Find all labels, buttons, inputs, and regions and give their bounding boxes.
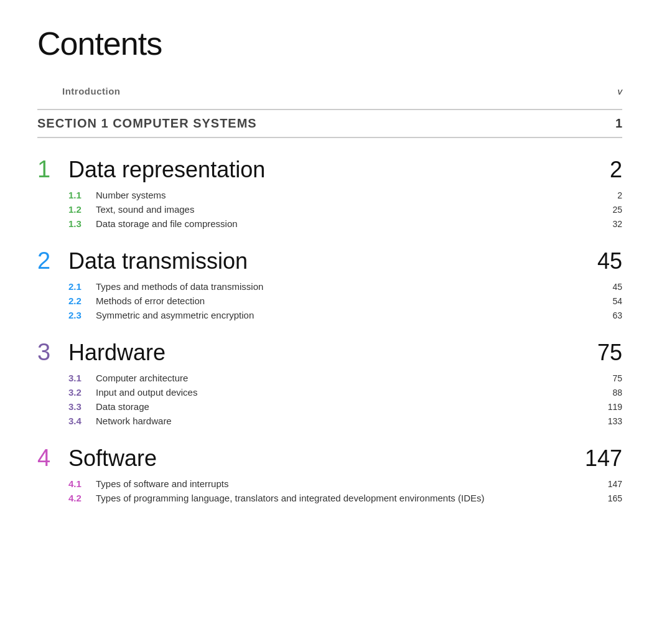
chapter-3-header: 3Hardware75: [37, 340, 622, 366]
subchapter-1-1-title: Number systems: [96, 190, 166, 200]
subchapter-3-4-row: 3.4Network hardware133: [68, 414, 622, 428]
subchapter-4-1-row: 4.1Types of software and interrupts147: [68, 477, 622, 491]
subchapter-3-3-title: Data storage: [96, 401, 149, 412]
chapter-3-subchapters: 3.1Computer architecture753.2Input and o…: [37, 371, 622, 428]
chapter-4-header: 4Software147: [37, 445, 622, 472]
subchapter-4-2-row: 4.2Types of programming language, transl…: [68, 491, 622, 505]
chapter-4: 4Software1474.1Types of software and int…: [37, 445, 622, 505]
subchapter-1-3-title: Data storage and file compression: [96, 218, 238, 229]
chapter-4-subchapters: 4.1Types of software and interrupts1474.…: [37, 477, 622, 505]
introduction-label: Introduction: [62, 86, 120, 96]
page-title: Contents: [37, 25, 622, 62]
section-header-title: SECTION 1 COMPUTER SYSTEMS: [37, 116, 257, 131]
subchapter-3-2-row: 3.2Input and output devices88: [68, 385, 622, 399]
subchapter-1-1-page: 2: [617, 190, 622, 200]
subchapter-3-3-number: 3.3: [68, 401, 86, 412]
chapter-3: 3Hardware753.1Computer architecture753.2…: [37, 340, 622, 428]
subchapter-3-1-row: 3.1Computer architecture75: [68, 371, 622, 385]
subchapter-1-2-title: Text, sound and images: [96, 204, 194, 215]
chapter-3-page: 75: [597, 340, 622, 366]
subchapter-2-1-row: 2.1Types and methods of data transmissio…: [68, 279, 622, 294]
chapter-2: 2Data transmission452.1Types and methods…: [37, 248, 622, 322]
subchapter-2-2-number: 2.2: [68, 296, 86, 306]
subchapter-4-2-title: Types of programming language, translato…: [96, 493, 485, 503]
section-header-page: 1: [615, 116, 622, 131]
subchapter-3-1-page: 75: [612, 373, 622, 383]
subchapter-1-1-number: 1.1: [68, 190, 86, 200]
chapter-1-subchapters: 1.1Number systems21.2Text, sound and ima…: [37, 188, 622, 231]
chapter-3-number: 3: [37, 340, 56, 364]
chapter-4-page: 147: [585, 445, 622, 472]
chapter-2-number: 2: [37, 249, 56, 272]
subchapter-1-2-row: 1.2Text, sound and images25: [68, 202, 622, 217]
subchapter-4-2-number: 4.2: [68, 493, 86, 503]
chapter-1-title: Data representation: [68, 157, 265, 183]
subchapter-2-3-row: 2.3Symmetric and asymmetric encryption63: [68, 308, 622, 322]
chapter-2-title: Data transmission: [68, 248, 248, 274]
chapter-4-number: 4: [37, 446, 56, 470]
subchapter-1-3-number: 1.3: [68, 218, 86, 229]
subchapter-3-1-number: 3.1: [68, 373, 86, 383]
subchapter-3-3-page: 119: [608, 402, 622, 412]
subchapter-3-3-row: 3.3Data storage119: [68, 399, 622, 414]
subchapter-1-2-page: 25: [612, 205, 622, 215]
subchapter-4-2-page: 165: [608, 493, 622, 503]
chapter-2-subchapters: 2.1Types and methods of data transmissio…: [37, 279, 622, 322]
chapter-4-title: Software: [68, 445, 157, 472]
subchapter-2-3-title: Symmetric and asymmetric encryption: [96, 310, 254, 320]
chapter-1-number: 1: [37, 157, 56, 181]
subchapter-1-3-page: 32: [612, 219, 622, 229]
introduction-row: Introduction v: [37, 81, 622, 109]
chapter-1: 1Data representation21.1Number systems21…: [37, 157, 622, 231]
subchapter-4-1-title: Types of software and interrupts: [96, 478, 228, 489]
subchapter-3-2-number: 3.2: [68, 387, 86, 398]
subchapter-3-4-page: 133: [608, 416, 622, 426]
subchapter-4-1-number: 4.1: [68, 478, 86, 489]
chapter-2-page: 45: [597, 248, 622, 274]
section-header: SECTION 1 COMPUTER SYSTEMS 1: [37, 109, 622, 138]
subchapter-2-2-title: Methods of error detection: [96, 296, 205, 306]
subchapter-4-1-page: 147: [608, 479, 622, 489]
subchapter-2-3-number: 2.3: [68, 310, 86, 320]
chapter-2-header: 2Data transmission45: [37, 248, 622, 274]
subchapter-3-4-number: 3.4: [68, 416, 86, 426]
chapter-1-page: 2: [610, 157, 622, 183]
subchapter-3-4-title: Network hardware: [96, 416, 172, 426]
subchapter-2-2-page: 54: [612, 296, 622, 306]
chapters-container: 1Data representation21.1Number systems21…: [37, 157, 622, 505]
subchapter-2-1-title: Types and methods of data transmission: [96, 281, 263, 292]
subchapter-3-2-page: 88: [612, 388, 622, 398]
subchapter-2-3-page: 63: [612, 310, 622, 320]
chapter-3-title: Hardware: [68, 340, 166, 366]
subchapter-2-1-number: 2.1: [68, 281, 86, 292]
subchapter-2-2-row: 2.2Methods of error detection54: [68, 294, 622, 308]
subchapter-3-1-title: Computer architecture: [96, 373, 188, 383]
subchapter-1-2-number: 1.2: [68, 204, 86, 215]
subchapter-1-1-row: 1.1Number systems2: [68, 188, 622, 202]
introduction-page: v: [618, 86, 623, 96]
subchapter-2-1-page: 45: [612, 282, 622, 292]
subchapter-1-3-row: 1.3Data storage and file compression32: [68, 217, 622, 231]
subchapter-3-2-title: Input and output devices: [96, 387, 197, 398]
chapter-1-header: 1Data representation2: [37, 157, 622, 183]
